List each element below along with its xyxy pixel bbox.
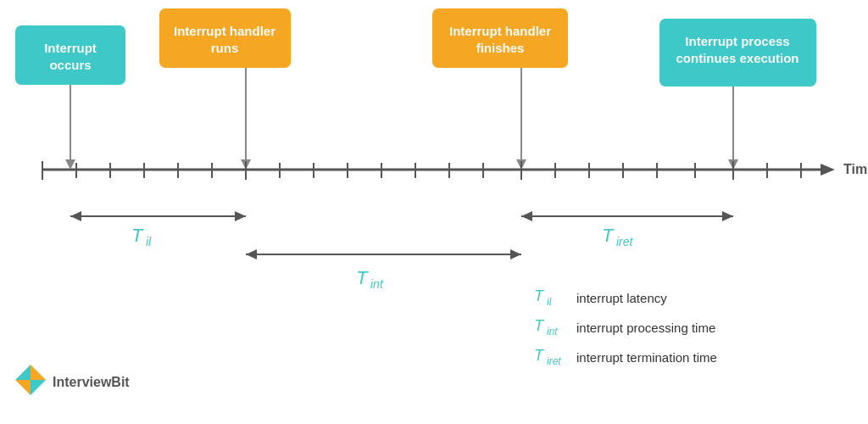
handler-finishes-box: [432, 8, 568, 68]
legend-tint-key: T: [534, 317, 545, 334]
tiret-sub-label: iret: [616, 235, 634, 248]
svg-marker-1: [15, 365, 31, 380]
handler-finishes-label2: finishes: [476, 41, 525, 55]
interrupt-occurs-label: Interrupt: [44, 41, 97, 55]
legend-tiret-sub: iret: [547, 355, 561, 367]
legend-til-key: T: [534, 287, 545, 304]
arrow-interrupt-occurs-head: [65, 159, 75, 170]
tint-arrow-right: [510, 249, 521, 259]
tint-label: T: [356, 267, 369, 288]
legend-til-sub: il: [547, 296, 552, 308]
time-label: Time: [843, 162, 868, 176]
process-continues-label2: continues execution: [676, 51, 798, 65]
legend-tint-sub: int: [547, 326, 558, 338]
handler-finishes-label: Interrupt handler: [449, 24, 551, 38]
process-continues-label: Interrupt process: [685, 34, 789, 48]
legend-tiret-key: T: [534, 347, 545, 364]
handler-runs-label: Interrupt handler: [174, 24, 275, 38]
til-label: T: [131, 225, 144, 246]
legend-til-desc: interrupt latency: [576, 291, 667, 305]
til-sub-label: il: [146, 235, 152, 248]
interrupt-occurs-label2: occurs: [49, 58, 91, 72]
svg-marker-0: [31, 365, 46, 380]
tiret-label: T: [602, 225, 615, 246]
diagram-container: Interrupt occurs Interrupt handler runs …: [0, 0, 868, 424]
legend-tiret-desc: interrupt termination time: [576, 350, 717, 365]
interrupt-occurs-box: [15, 25, 125, 85]
handler-runs-box: [159, 8, 291, 68]
timeline-arrow-head: [821, 164, 835, 176]
diagram-svg: Interrupt occurs Interrupt handler runs …: [0, 0, 868, 424]
svg-marker-2: [15, 380, 31, 395]
logo-diamond: [15, 365, 46, 395]
legend-tint-desc: interrupt processing time: [576, 321, 715, 335]
svg-marker-3: [31, 380, 46, 395]
tint-sub-label: int: [370, 277, 384, 291]
handler-runs-label2: runs: [211, 41, 239, 55]
til-arrow-right: [235, 211, 246, 221]
logo-text: InterviewBit: [53, 375, 130, 389]
tiret-arrow-right: [722, 211, 733, 221]
